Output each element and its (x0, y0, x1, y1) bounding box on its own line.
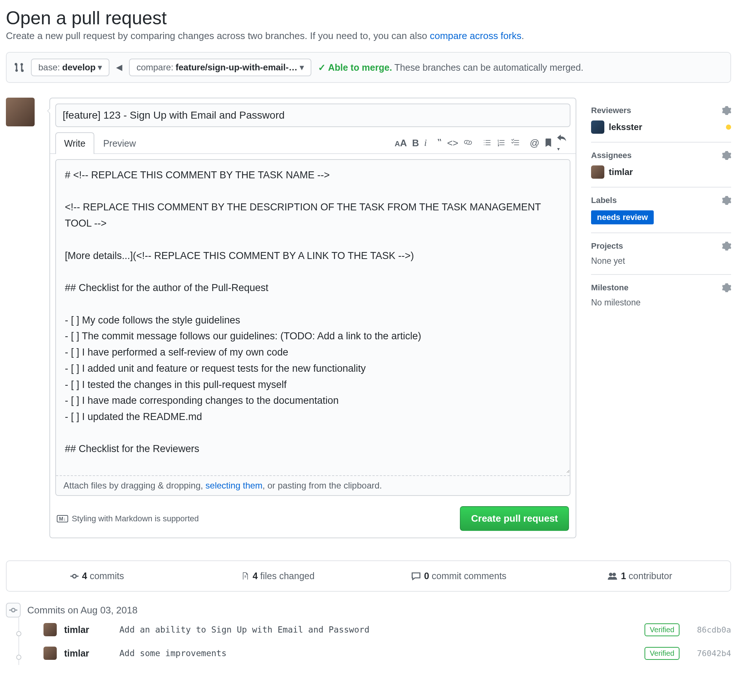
sidebar: Reviewers leksster Assignees timlar (591, 98, 731, 316)
labels-title: Labels (591, 196, 617, 205)
svg-point-0 (73, 574, 76, 578)
commit-author-name[interactable]: timlar (64, 648, 112, 659)
commit-row[interactable]: timlar Add an ability to Sign Up with Em… (6, 618, 731, 641)
commit-author-name[interactable]: timlar (64, 625, 112, 635)
attach-post: , or pasting from the clipboard. (262, 481, 382, 490)
subhead-text: Create a new pull request by comparing c… (6, 30, 430, 41)
gear-icon[interactable] (722, 242, 731, 250)
reviewer-avatar (591, 121, 605, 134)
stat-commits[interactable]: 4 commits (7, 561, 188, 591)
markdown-hint-text: Styling with Markdown is supported (72, 514, 199, 524)
compare-forks-link[interactable]: compare across forks (430, 30, 521, 41)
mention-icon[interactable]: @ (530, 138, 540, 148)
svg-rect-2 (76, 575, 78, 576)
compare-branch-select[interactable]: compare: feature/sign-up-with-email-… ▾ (129, 59, 311, 76)
commit-row[interactable]: timlar Add some improvements Verified 76… (6, 641, 731, 665)
svg-point-5 (12, 608, 15, 612)
commit-timeline-icon (6, 603, 21, 618)
caret-down-icon: ▾ (98, 62, 102, 73)
caret-down-icon: ▾ (300, 62, 304, 73)
pr-body-textarea[interactable] (56, 160, 570, 473)
file-diff-icon (241, 572, 249, 581)
commit-message[interactable]: Add an ability to Sign Up with Email and… (119, 625, 637, 634)
check-icon: ✓ (318, 62, 328, 73)
reviewer-user[interactable]: leksster (591, 121, 731, 134)
labels-block: Labels needs review (591, 188, 731, 233)
compare-branch-name: feature/sign-up-with-email-… (175, 62, 297, 73)
attach-hint: Attach files by dragging & dropping, sel… (56, 475, 570, 495)
assignees-title: Assignees (591, 151, 632, 160)
projects-block: Projects None yet (591, 233, 731, 275)
author-avatar[interactable] (6, 98, 35, 126)
reviewers-block: Reviewers leksster (591, 98, 731, 143)
reviewer-name: leksster (609, 122, 642, 132)
pending-review-icon (726, 125, 731, 130)
commits-label: commits (90, 571, 124, 581)
svg-point-4 (612, 572, 616, 576)
stat-contributors[interactable]: 1 contributor (549, 561, 730, 591)
merge-info-text: These branches can be automatically merg… (394, 62, 583, 73)
pr-title-input[interactable] (55, 103, 571, 127)
quote-icon[interactable]: ‟ (437, 138, 442, 148)
projects-value: None yet (591, 256, 731, 266)
people-icon (608, 572, 617, 580)
commits-list: timlar Add an ability to Sign Up with Em… (6, 618, 731, 665)
markdown-hint[interactable]: M↓ Styling with Markdown is supported (57, 514, 199, 524)
gear-icon[interactable] (722, 196, 731, 205)
verified-badge[interactable]: Verified (644, 624, 680, 636)
files-label: files changed (260, 571, 314, 581)
milestone-value: No milestone (591, 298, 731, 307)
svg-rect-7 (15, 609, 17, 610)
gear-icon[interactable] (722, 151, 731, 160)
arrow-left-icon: ◀ (116, 63, 122, 72)
commit-message[interactable]: Add some improvements (119, 649, 637, 658)
timeline-dot-icon (16, 655, 21, 660)
attach-select-link[interactable]: selecting them (206, 481, 263, 490)
assignee-user[interactable]: timlar (591, 165, 731, 179)
task-list-icon[interactable] (511, 138, 519, 147)
commits-date-text: Commits on Aug 03, 2018 (27, 604, 137, 616)
verified-badge[interactable]: Verified (644, 647, 680, 660)
compose-box: Write Preview AA B i ‟ <> (49, 98, 576, 538)
comments-label: commit comments (432, 571, 507, 581)
assignee-name: timlar (609, 167, 633, 177)
assignees-block: Assignees timlar (591, 143, 731, 188)
page-subheading: Create a new pull request by comparing c… (6, 30, 731, 42)
reviewers-title: Reviewers (591, 106, 631, 115)
tab-write[interactable]: Write (55, 132, 94, 154)
commit-author-avatar (44, 623, 57, 636)
gear-icon[interactable] (722, 106, 731, 115)
commit-hash[interactable]: 86cdb0a (687, 625, 731, 634)
code-icon[interactable]: <> (447, 138, 458, 148)
milestone-block: Milestone No milestone (591, 275, 731, 316)
reply-icon[interactable]: ▾ (557, 134, 567, 152)
merge-ok-text: Able to merge. (328, 62, 392, 73)
tab-preview[interactable]: Preview (94, 132, 145, 154)
merge-status: ✓ Able to merge. These branches can be a… (318, 62, 583, 73)
bullet-list-icon[interactable] (483, 138, 491, 147)
commit-hash[interactable]: 76042b4 (687, 649, 731, 658)
markdown-toolbar: AA B i ‟ <> (395, 134, 571, 152)
git-compare-icon (14, 62, 24, 73)
stat-comments[interactable]: 0 commit comments (369, 561, 549, 591)
bold-icon[interactable]: B (412, 138, 419, 148)
timeline-dot-icon (16, 631, 21, 636)
heading-icon[interactable]: AA (395, 138, 407, 148)
compose-tabs: Write Preview AA B i ‟ <> (50, 132, 575, 154)
numbered-list-icon[interactable] (497, 138, 506, 147)
stat-files[interactable]: 4 files changed (188, 561, 369, 591)
link-icon[interactable] (463, 138, 472, 147)
label-needs-review[interactable]: needs review (591, 210, 654, 224)
assignee-avatar (591, 165, 605, 179)
base-branch-name: develop (62, 62, 96, 73)
italic-icon[interactable]: i (424, 138, 427, 148)
base-branch-select[interactable]: base: develop ▾ (31, 59, 109, 76)
contributors-label: contributor (629, 571, 672, 581)
commits-count: 4 (82, 571, 87, 581)
page-title: Open a pull request (6, 7, 731, 29)
bookmark-icon[interactable] (545, 138, 552, 147)
gear-icon[interactable] (722, 283, 731, 292)
create-pull-request-button[interactable]: Create pull request (460, 506, 569, 531)
comment-icon (412, 572, 421, 580)
files-count: 4 (252, 571, 257, 581)
